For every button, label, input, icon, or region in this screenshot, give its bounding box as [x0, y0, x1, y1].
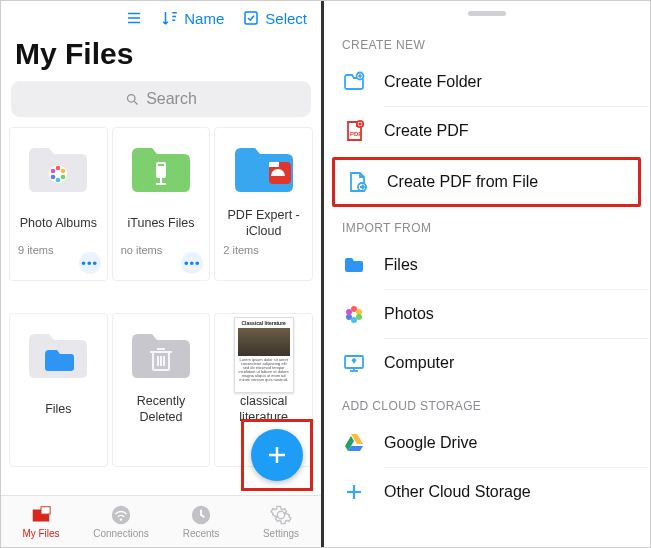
- svg-point-8: [61, 169, 66, 174]
- folder-plus-icon: [342, 70, 366, 94]
- menu-import-files[interactable]: Files: [324, 241, 649, 289]
- grid-item-sub: 9 items: [16, 244, 53, 256]
- menu-label: Computer: [384, 354, 454, 372]
- menu-label: Files: [384, 256, 418, 274]
- menu-create-pdf[interactable]: PDF Create PDF: [324, 107, 649, 155]
- menu-create-folder[interactable]: Create Folder: [324, 58, 649, 106]
- folder-photos-icon: [27, 144, 89, 194]
- document-thumbnail: Classical literature Lorem ipsum dolor s…: [234, 317, 294, 393]
- menu-label: Create Folder: [384, 73, 482, 91]
- grid-item-label: Files: [45, 394, 71, 426]
- svg-rect-3: [245, 12, 257, 24]
- list-icon: [125, 9, 143, 27]
- select-button[interactable]: Select: [242, 9, 307, 27]
- sort-icon: [161, 9, 179, 27]
- add-menu-sheet: CREATE NEW Create Folder PDF Create PDF …: [324, 1, 649, 547]
- settings-icon: [270, 504, 292, 526]
- svg-point-10: [56, 178, 61, 183]
- search-icon: [125, 92, 140, 107]
- folder-icon: [342, 253, 366, 277]
- svg-point-44: [346, 309, 352, 315]
- recents-icon: [190, 504, 212, 526]
- pdf-plus-icon: PDF: [342, 119, 366, 143]
- menu-label: Google Drive: [384, 434, 477, 452]
- sheet-grabber[interactable]: [468, 11, 506, 16]
- more-button[interactable]: •••: [79, 252, 101, 274]
- menu-import-photos[interactable]: Photos: [324, 290, 649, 338]
- tab-my-files[interactable]: My Files: [1, 496, 81, 547]
- file-arrow-icon: [345, 170, 369, 194]
- folder-files-icon: [27, 330, 89, 380]
- top-toolbar: Name Select: [1, 1, 321, 33]
- myfiles-icon: [30, 504, 52, 526]
- menu-label: Create PDF from File: [387, 173, 538, 191]
- svg-point-11: [51, 175, 56, 180]
- checkbox-icon: [242, 9, 260, 27]
- grid-item-sub: 2 items: [221, 244, 258, 256]
- sort-button[interactable]: Name: [161, 9, 224, 27]
- section-add-cloud: ADD CLOUD STORAGE: [324, 387, 649, 419]
- grid-item-photo-albums[interactable]: Photo Albums 9 items •••: [9, 127, 108, 281]
- sort-label: Name: [184, 10, 224, 27]
- connections-icon: [110, 504, 132, 526]
- grid-item-label: Photo Albums: [20, 208, 97, 240]
- section-create-new: CREATE NEW: [324, 26, 649, 58]
- folder-trash-icon: [130, 330, 192, 380]
- left-panel: Name Select My Files Search Photo Albums…: [1, 1, 324, 547]
- view-mode-button[interactable]: [125, 9, 143, 27]
- more-button[interactable]: •••: [181, 252, 203, 274]
- folder-itunes-icon: [130, 144, 192, 194]
- plus-icon: [265, 443, 289, 467]
- svg-point-41: [356, 314, 362, 320]
- svg-rect-18: [269, 162, 279, 167]
- svg-rect-27: [41, 507, 50, 514]
- menu-other-cloud[interactable]: Other Cloud Storage: [324, 468, 649, 516]
- svg-point-29: [120, 518, 122, 520]
- folder-pdfexpert-icon: [233, 144, 295, 194]
- tab-connections[interactable]: Connections: [81, 496, 161, 547]
- svg-rect-14: [158, 164, 164, 166]
- svg-point-39: [351, 306, 357, 312]
- svg-text:PDF: PDF: [350, 131, 362, 137]
- grid-item-pdfexpert[interactable]: PDF Expert - iCloud 2 items: [214, 127, 313, 281]
- computer-icon: [342, 351, 366, 375]
- tab-bar: My Files Connections Recents Settings: [1, 495, 321, 547]
- search-input[interactable]: Search: [11, 81, 311, 117]
- menu-label: Other Cloud Storage: [384, 483, 531, 501]
- svg-point-12: [51, 169, 56, 174]
- menu-label: Photos: [384, 305, 434, 323]
- section-import-from: IMPORT FROM: [324, 209, 649, 241]
- grid-item-sub: no items: [119, 244, 163, 256]
- svg-point-42: [351, 317, 357, 323]
- search-placeholder: Search: [146, 90, 197, 108]
- grid-item-itunes[interactable]: iTunes Files no items •••: [112, 127, 211, 281]
- svg-point-9: [61, 175, 66, 180]
- select-label: Select: [265, 10, 307, 27]
- tab-settings[interactable]: Settings: [241, 496, 321, 547]
- google-drive-icon: [342, 431, 366, 455]
- grid-item-label: PDF Expert - iCloud: [221, 208, 306, 240]
- menu-label: Create PDF: [384, 122, 468, 140]
- svg-line-5: [135, 101, 138, 104]
- tab-recents[interactable]: Recents: [161, 496, 241, 547]
- grid-item-label: Recently Deleted: [119, 394, 204, 426]
- menu-google-drive[interactable]: Google Drive: [324, 419, 649, 467]
- menu-import-computer[interactable]: Computer: [324, 339, 649, 387]
- grid-item-files[interactable]: Files: [9, 313, 108, 467]
- svg-point-7: [56, 166, 61, 171]
- fab-highlight-box: [241, 419, 313, 491]
- svg-point-4: [128, 94, 136, 102]
- plus-icon: [342, 480, 366, 504]
- add-button[interactable]: [251, 429, 303, 481]
- grid-item-trash[interactable]: Recently Deleted: [112, 313, 211, 467]
- page-title: My Files: [1, 33, 321, 81]
- photos-icon: [342, 302, 366, 326]
- grid-item-label: iTunes Files: [128, 208, 195, 240]
- menu-create-pdf-from-file[interactable]: Create PDF from File: [332, 157, 641, 207]
